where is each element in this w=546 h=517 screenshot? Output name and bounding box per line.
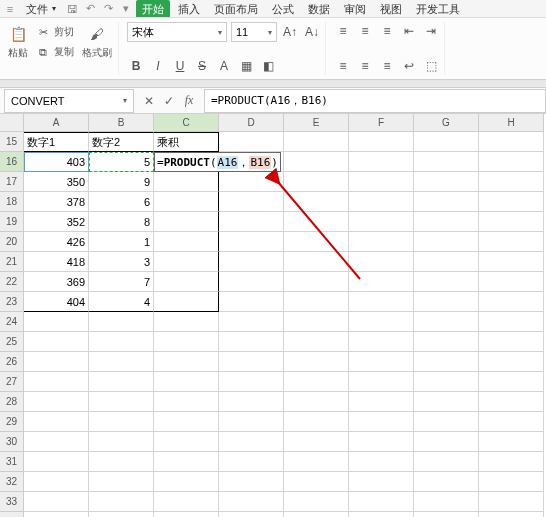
- cell-D31[interactable]: [219, 452, 284, 472]
- cell-D34[interactable]: [219, 512, 284, 517]
- cell-A33[interactable]: [24, 492, 89, 512]
- cell-A20[interactable]: 426: [24, 232, 89, 252]
- cell-G33[interactable]: [414, 492, 479, 512]
- cell-E18[interactable]: [284, 192, 349, 212]
- cell-C32[interactable]: [154, 472, 219, 492]
- col-header-E[interactable]: E: [284, 114, 349, 132]
- cell-G26[interactable]: [414, 352, 479, 372]
- cell-G17[interactable]: [414, 172, 479, 192]
- cell-A25[interactable]: [24, 332, 89, 352]
- menu-view[interactable]: 视图: [374, 0, 408, 18]
- col-header-D[interactable]: D: [219, 114, 284, 132]
- cell-H20[interactable]: [479, 232, 544, 252]
- align-top-icon[interactable]: ≡: [334, 22, 352, 40]
- cell-C18[interactable]: [154, 192, 219, 212]
- cell-A16[interactable]: 403: [24, 152, 89, 172]
- row-header-21[interactable]: 21: [0, 252, 24, 272]
- formula-input[interactable]: =PRODUCT(A16，B16): [204, 89, 546, 113]
- cell-G31[interactable]: [414, 452, 479, 472]
- cell-C34[interactable]: [154, 512, 219, 517]
- cell-H18[interactable]: [479, 192, 544, 212]
- cell-H28[interactable]: [479, 392, 544, 412]
- row-header-32[interactable]: 32: [0, 472, 24, 492]
- select-all-corner[interactable]: [0, 114, 24, 132]
- cell-A15[interactable]: 数字1: [24, 132, 89, 152]
- cell-G27[interactable]: [414, 372, 479, 392]
- cell-E20[interactable]: [284, 232, 349, 252]
- cell-C33[interactable]: [154, 492, 219, 512]
- cell-G32[interactable]: [414, 472, 479, 492]
- cell-H24[interactable]: [479, 312, 544, 332]
- cell-H30[interactable]: [479, 432, 544, 452]
- cell-C29[interactable]: [154, 412, 219, 432]
- menu-formula[interactable]: 公式: [266, 0, 300, 18]
- cell-H29[interactable]: [479, 412, 544, 432]
- cell-E34[interactable]: [284, 512, 349, 517]
- row-header-25[interactable]: 25: [0, 332, 24, 352]
- cell-G19[interactable]: [414, 212, 479, 232]
- row-header-15[interactable]: 15: [0, 132, 24, 152]
- accept-formula-icon[interactable]: ✓: [160, 92, 178, 110]
- qat-more-icon[interactable]: ▾: [118, 1, 134, 17]
- align-bot-icon[interactable]: ≡: [378, 22, 396, 40]
- cell-H25[interactable]: [479, 332, 544, 352]
- row-header-19[interactable]: 19: [0, 212, 24, 232]
- cell-D32[interactable]: [219, 472, 284, 492]
- cell-G20[interactable]: [414, 232, 479, 252]
- cell-B25[interactable]: [89, 332, 154, 352]
- underline-button[interactable]: U: [171, 57, 189, 75]
- cell-D23[interactable]: [219, 292, 284, 312]
- cell-D20[interactable]: [219, 232, 284, 252]
- cell-D24[interactable]: [219, 312, 284, 332]
- cell-A22[interactable]: 369: [24, 272, 89, 292]
- cell-D26[interactable]: [219, 352, 284, 372]
- cell-E25[interactable]: [284, 332, 349, 352]
- cell-B30[interactable]: [89, 432, 154, 452]
- cell-F20[interactable]: [349, 232, 414, 252]
- cell-H27[interactable]: [479, 372, 544, 392]
- cell-G18[interactable]: [414, 192, 479, 212]
- align-left-icon[interactable]: ≡: [334, 57, 352, 75]
- cell-C27[interactable]: [154, 372, 219, 392]
- menu-review[interactable]: 审阅: [338, 0, 372, 18]
- cell-E24[interactable]: [284, 312, 349, 332]
- cell-D17[interactable]: [219, 172, 284, 192]
- redo-icon[interactable]: ↷: [100, 1, 116, 17]
- worksheet-grid[interactable]: ABCDEFGH 1516171819202122232425262728293…: [0, 114, 546, 517]
- cell-E30[interactable]: [284, 432, 349, 452]
- cell-D30[interactable]: [219, 432, 284, 452]
- cell-B34[interactable]: [89, 512, 154, 517]
- bold-button[interactable]: B: [127, 57, 145, 75]
- cell-B19[interactable]: 8: [89, 212, 154, 232]
- cell-A29[interactable]: [24, 412, 89, 432]
- cell-C30[interactable]: [154, 432, 219, 452]
- undo-icon[interactable]: ↶: [82, 1, 98, 17]
- row-header-29[interactable]: 29: [0, 412, 24, 432]
- cell-B18[interactable]: 6: [89, 192, 154, 212]
- cell-H31[interactable]: [479, 452, 544, 472]
- align-center-icon[interactable]: ≡: [356, 57, 374, 75]
- cell-F23[interactable]: [349, 292, 414, 312]
- cell-D28[interactable]: [219, 392, 284, 412]
- cell-F16[interactable]: [349, 152, 414, 172]
- cell-B21[interactable]: 3: [89, 252, 154, 272]
- cell-F29[interactable]: [349, 412, 414, 432]
- cell-B27[interactable]: [89, 372, 154, 392]
- cell-A28[interactable]: [24, 392, 89, 412]
- col-header-B[interactable]: B: [89, 114, 154, 132]
- cell-E26[interactable]: [284, 352, 349, 372]
- row-header-27[interactable]: 27: [0, 372, 24, 392]
- cell-G21[interactable]: [414, 252, 479, 272]
- menu-insert[interactable]: 插入: [172, 0, 206, 18]
- row-header-23[interactable]: 23: [0, 292, 24, 312]
- cell-E17[interactable]: [284, 172, 349, 192]
- fill-color-button[interactable]: ◧: [259, 57, 277, 75]
- indent-inc-icon[interactable]: ⇥: [422, 22, 440, 40]
- cell-D21[interactable]: [219, 252, 284, 272]
- cell-H15[interactable]: [479, 132, 544, 152]
- menu-page-layout[interactable]: 页面布局: [208, 0, 264, 18]
- cell-D15[interactable]: [219, 132, 284, 152]
- cell-B31[interactable]: [89, 452, 154, 472]
- cell-C19[interactable]: [154, 212, 219, 232]
- cell-B24[interactable]: [89, 312, 154, 332]
